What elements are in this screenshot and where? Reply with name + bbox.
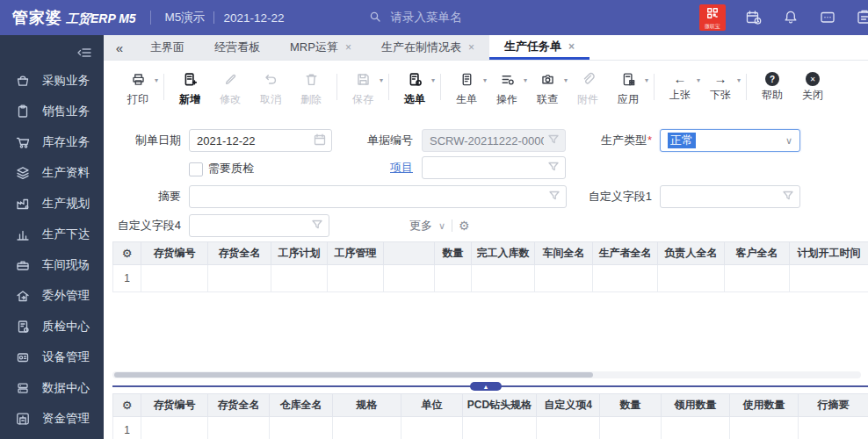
more-toggle[interactable]: 更多 ∨ ⚙: [409, 218, 470, 234]
grid-cell[interactable]: [141, 265, 208, 292]
row-number[interactable]: 1: [113, 417, 141, 439]
column-header[interactable]: 客户全名: [725, 242, 790, 265]
column-header[interactable]: 自定义项4: [537, 394, 600, 417]
column-header[interactable]: 存货编号: [141, 394, 208, 417]
column-header[interactable]: 计划开工时间: [790, 242, 868, 265]
column-header[interactable]: PCD钻头规格: [463, 394, 537, 417]
grid-cell[interactable]: [730, 417, 799, 439]
column-header[interactable]: [384, 242, 435, 265]
column-header[interactable]: 工序管理: [328, 242, 384, 265]
column-header[interactable]: 使用数量: [730, 394, 799, 417]
caret-down-icon[interactable]: ▾: [380, 76, 383, 84]
grid-cell[interactable]: [537, 417, 600, 439]
column-header[interactable]: 数量: [600, 394, 662, 417]
summary-input[interactable]: [189, 185, 567, 208]
column-header[interactable]: 数量: [435, 242, 472, 265]
tab-production-task[interactable]: 生产任务单 ×: [489, 35, 590, 60]
column-header[interactable]: 工序计划: [271, 242, 328, 265]
caret-down-icon[interactable]: ▾: [431, 76, 435, 84]
chevron-down-icon[interactable]: ∨: [785, 135, 792, 147]
project-input[interactable]: [422, 156, 566, 179]
column-header[interactable]: 存货全名: [208, 394, 270, 417]
tab-dashboard[interactable]: 经营看板: [199, 35, 275, 60]
delete-button[interactable]: 删除: [291, 72, 331, 104]
grid-cell[interactable]: [535, 265, 593, 292]
column-header[interactable]: 规格: [333, 394, 401, 417]
pick-order-button[interactable]: 选单 ▾: [394, 72, 435, 104]
calendar-icon[interactable]: [314, 133, 326, 146]
grid-cell[interactable]: [435, 265, 472, 292]
column-header[interactable]: 完工入库数: [472, 242, 535, 265]
edit-button[interactable]: 修改: [210, 72, 250, 104]
grid-cell[interactable]: [790, 265, 868, 292]
sidebar-item-production-planning[interactable]: 生产规划: [0, 188, 104, 219]
apply-button[interactable]: 应用 ▾: [608, 72, 648, 104]
sidebar-item-workshop[interactable]: 车间现场: [0, 249, 104, 280]
sidebar-item-sales[interactable]: 销售业务: [0, 96, 104, 126]
summary-field[interactable]: [189, 185, 567, 208]
cancel-button[interactable]: 取消: [250, 72, 291, 104]
sidebar-item-production-data[interactable]: 生产资料: [0, 157, 104, 188]
date-input[interactable]: [189, 129, 332, 152]
bell-icon[interactable]: [782, 9, 799, 26]
scrollbar-thumb[interactable]: [114, 372, 593, 378]
grid-cell[interactable]: [270, 417, 333, 439]
grid-cell[interactable]: [658, 265, 725, 292]
clipboard-icon[interactable]: [856, 9, 868, 26]
grid-cell[interactable]: [401, 417, 463, 439]
column-header[interactable]: 仓库全名: [270, 394, 333, 417]
caret-down-icon[interactable]: ▾: [155, 76, 158, 84]
form-settings-gear-icon[interactable]: ⚙: [459, 220, 470, 232]
splitter-collapse-handle[interactable]: ▲: [470, 382, 502, 391]
filter-icon[interactable]: [547, 133, 560, 146]
column-header[interactable]: 单位: [401, 394, 463, 417]
grid-cell[interactable]: [799, 417, 868, 439]
sidebar-item-outsourcing[interactable]: 委外管理: [0, 280, 104, 311]
menu-search[interactable]: 请录入菜单名: [368, 10, 461, 26]
column-header[interactable]: 负责人全名: [658, 242, 725, 265]
sidebar-item-partial[interactable]: [0, 434, 104, 439]
filter-icon[interactable]: [547, 161, 560, 173]
help-button[interactable]: ? 帮助: [752, 72, 792, 100]
message-icon[interactable]: [819, 9, 836, 26]
grid-settings-gear-icon[interactable]: ⚙: [113, 242, 141, 265]
sidebar-collapse-icon[interactable]: [76, 44, 93, 61]
sidebar-item-quality[interactable]: 质检中心: [0, 311, 104, 342]
column-header[interactable]: 存货编号: [141, 242, 208, 265]
column-header[interactable]: 领用数量: [662, 394, 730, 417]
custom-field4-input[interactable]: [189, 214, 329, 237]
grid-cell[interactable]: [725, 265, 790, 292]
attachment-button[interactable]: 附件: [568, 72, 608, 104]
generate-order-button[interactable]: 生单 ▾: [446, 72, 487, 104]
date-field[interactable]: [189, 129, 332, 152]
grid-cell[interactable]: [271, 265, 328, 292]
custom-field1[interactable]: [660, 185, 800, 208]
grid-cell[interactable]: [593, 265, 658, 292]
grid-cell[interactable]: [384, 265, 435, 292]
prev-doc-button[interactable]: ← 上张 ▾: [660, 72, 700, 100]
filter-icon[interactable]: [311, 219, 323, 231]
grid-cell[interactable]: [333, 417, 401, 439]
grid-cell[interactable]: [141, 417, 208, 439]
close-icon[interactable]: ×: [568, 40, 575, 53]
column-header[interactable]: 生产者全名: [593, 242, 658, 265]
tab-home[interactable]: 主界面: [135, 35, 199, 60]
close-button[interactable]: ✕ 关闭: [792, 72, 833, 100]
caret-down-icon[interactable]: ▾: [645, 76, 648, 84]
link-query-button[interactable]: 联查 ▾: [527, 72, 568, 104]
grid-cell[interactable]: [328, 265, 384, 292]
close-icon[interactable]: ×: [345, 41, 351, 54]
grid-cell[interactable]: [472, 265, 535, 292]
sidebar-item-production-release[interactable]: 生产下达: [0, 219, 104, 249]
filter-icon[interactable]: [548, 190, 561, 202]
grid-cell[interactable]: [463, 417, 537, 439]
filter-icon[interactable]: [782, 190, 794, 202]
tab-mrp[interactable]: MRP运算 ×: [275, 35, 366, 60]
horizontal-scrollbar[interactable]: [112, 371, 861, 378]
sidebar-item-purchase[interactable]: 采购业务: [0, 65, 104, 96]
save-button[interactable]: 保存 ▾: [343, 72, 383, 104]
operate-button[interactable]: 操作 ▾: [487, 72, 527, 104]
sidebar-item-equipment[interactable]: 设备管理: [0, 342, 104, 372]
qc-checkbox-label[interactable]: 需要质检: [208, 162, 254, 176]
sidebar-item-funds[interactable]: 资金管理: [0, 403, 104, 434]
